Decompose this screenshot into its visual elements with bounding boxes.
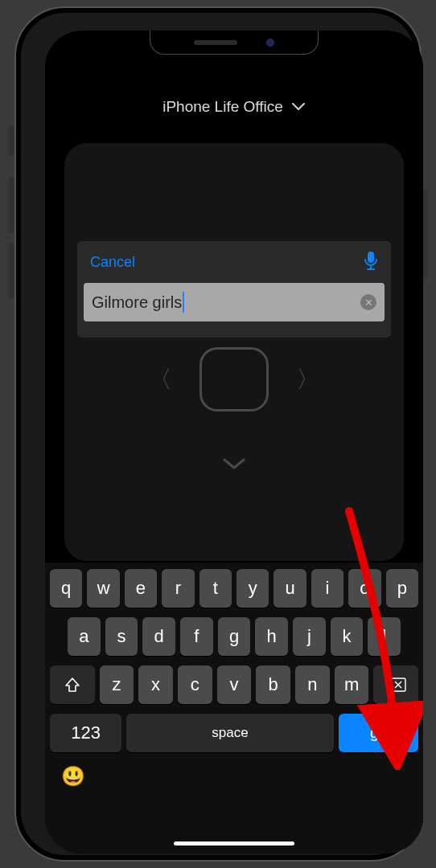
key-a[interactable]: a [68,617,101,656]
keyboard-row-4: 123 space go [50,714,418,752]
key-p[interactable]: p [386,569,418,608]
notch [150,31,319,55]
key-x[interactable]: x [138,665,173,704]
key-g[interactable]: g [218,617,251,656]
go-button[interactable]: go [339,714,418,752]
emoji-key[interactable]: 😃 [61,765,85,787]
volume-up-button [8,177,14,233]
key-b[interactable]: b [256,665,290,704]
key-s[interactable]: s [105,617,138,656]
search-input[interactable]: Gilmore girls ✕ [84,283,385,321]
key-k[interactable]: k [331,617,364,656]
keyboard-row-2: a s d f g h j k l [50,617,418,656]
device-frame: iPhone Life Office Cancel Gilmore girls … [14,6,422,862]
speaker [194,40,237,45]
header[interactable]: iPhone Life Office [45,87,423,127]
cancel-button[interactable]: Cancel [90,254,135,271]
microphone-icon[interactable] [364,251,378,273]
search-input-value: Gilmore girls [92,293,182,312]
text-caret [183,292,184,313]
key-f[interactable]: f [180,617,213,656]
keyboard-bottom-row: 😃 [50,762,418,791]
key-i[interactable]: i [311,569,343,608]
keyboard: q w e r t y u i o p a s d f g h j k l [45,563,423,854]
keyboard-row-3: z x c v b n m [50,665,418,704]
key-m[interactable]: m [335,665,369,704]
key-w[interactable]: w [87,569,119,608]
key-d[interactable]: d [142,617,175,656]
key-r[interactable]: r [162,569,194,608]
header-title: iPhone Life Office [162,98,283,116]
front-camera [266,39,274,47]
svg-rect-0 [368,252,374,263]
space-key[interactable]: space [126,714,334,752]
search-panel: Cancel Gilmore girls ✕ [77,241,391,338]
key-z[interactable]: z [100,665,134,704]
home-indicator[interactable] [174,841,294,845]
backspace-key[interactable] [373,665,418,704]
chevron-down-icon [291,98,306,116]
chevron-down-icon [221,452,247,477]
key-c[interactable]: c [178,665,212,704]
key-h[interactable]: h [255,617,288,656]
chevron-right-icon: 〉 [296,363,320,396]
remote-dpad-outline: 〈 〉 [45,347,423,477]
key-v[interactable]: v [217,665,252,704]
key-l[interactable]: l [368,617,401,656]
silent-switch [8,125,14,156]
numbers-key[interactable]: 123 [50,714,121,752]
chevron-left-icon: 〈 [148,363,172,396]
keyboard-row-1: q w e r t y u i o p [50,569,418,608]
search-toolbar: Cancel [77,241,391,283]
screen: iPhone Life Office Cancel Gilmore girls … [45,31,423,854]
key-o[interactable]: o [348,569,380,608]
clear-icon[interactable]: ✕ [360,294,376,310]
key-y[interactable]: y [237,569,269,608]
key-t[interactable]: t [199,569,232,608]
dpad-center [199,347,269,411]
key-e[interactable]: e [125,569,157,608]
shift-key[interactable] [50,665,95,704]
key-u[interactable]: u [274,569,306,608]
volume-down-button [8,243,14,299]
key-n[interactable]: n [295,665,330,704]
key-j[interactable]: j [293,617,326,656]
key-q[interactable]: q [50,569,82,608]
